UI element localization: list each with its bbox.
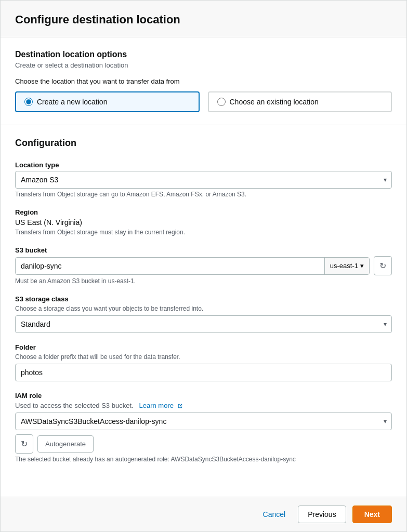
iam-role-label: IAM role bbox=[15, 392, 392, 400]
s3-bucket-group: S3 bucket us-east-1 ▾ ↻ Must be an Amazo… bbox=[15, 246, 392, 285]
iam-role-select[interactable]: AWSDataSyncS3BucketAccess-danilop-sync bbox=[15, 413, 392, 430]
configuration-title: Configuration bbox=[15, 138, 392, 149]
iam-role-description: Used to access the selected S3 bucket. bbox=[15, 402, 134, 409]
region-hint: Transfers from Object storage must stay … bbox=[15, 229, 392, 236]
create-new-location-option[interactable]: Create a new location bbox=[15, 91, 200, 112]
folder-description: Choose a folder prefix that will be used… bbox=[15, 353, 392, 361]
location-type-label: Location type bbox=[15, 161, 392, 169]
s3-storage-class-select-wrapper[interactable]: Standard ▾ bbox=[15, 315, 392, 333]
bucket-region-arrow-icon: ▾ bbox=[360, 262, 364, 270]
create-new-label: Create a new location bbox=[37, 98, 107, 106]
next-button[interactable]: Next bbox=[352, 506, 392, 523]
iam-role-refresh-button[interactable]: ↻ bbox=[15, 434, 33, 454]
bucket-refresh-button[interactable]: ↻ bbox=[374, 256, 392, 275]
iam-role-description-row: Used to access the selected S3 bucket. L… bbox=[15, 402, 392, 409]
destination-options-title: Destination location options bbox=[15, 50, 392, 59]
modal-title: Configure destination location bbox=[15, 13, 392, 26]
s3-bucket-hint: Must be an Amazon S3 bucket in us-east-1… bbox=[15, 277, 392, 285]
refresh-icon: ↻ bbox=[379, 261, 386, 271]
location-type-select-wrapper[interactable]: Amazon S3 ▾ bbox=[15, 171, 392, 189]
s3-storage-class-group: S3 storage class Choose a storage class … bbox=[15, 295, 392, 333]
iam-role-group: IAM role Used to access the selected S3 … bbox=[15, 392, 392, 463]
iam-role-select-wrapper[interactable]: AWSDataSyncS3BucketAccess-danilop-sync ▾ bbox=[15, 413, 392, 430]
autogenerate-label: Autogenerate bbox=[45, 440, 86, 448]
bucket-region-value: us-east-1 bbox=[330, 262, 358, 270]
modal-header: Configure destination location bbox=[1, 1, 406, 37]
location-type-select[interactable]: Amazon S3 bbox=[15, 171, 392, 189]
learn-more-text: Learn more bbox=[139, 402, 173, 409]
modal-footer: Cancel Previous Next bbox=[1, 497, 406, 531]
folder-group: Folder Choose a folder prefix that will … bbox=[15, 343, 392, 381]
create-new-radio[interactable] bbox=[24, 98, 33, 106]
region-group: Region US East (N. Virginia) Transfers f… bbox=[15, 208, 392, 236]
region-label: Region bbox=[15, 208, 392, 216]
destination-options-section: Destination location options Create or s… bbox=[1, 37, 406, 125]
autogenerate-row: ↻ Autogenerate bbox=[15, 434, 392, 454]
s3-storage-class-description: Choose a storage class you want your obj… bbox=[15, 305, 392, 312]
location-radio-group: Create a new location Choose an existing… bbox=[15, 91, 392, 112]
bucket-input-wrapper: us-east-1 ▾ bbox=[15, 257, 370, 275]
s3-bucket-label: S3 bucket bbox=[15, 246, 392, 254]
s3-bucket-input[interactable] bbox=[16, 258, 324, 274]
previous-button[interactable]: Previous bbox=[298, 506, 346, 523]
iam-refresh-icon: ↻ bbox=[21, 439, 28, 449]
folder-input[interactable] bbox=[15, 364, 392, 381]
iam-role-learn-more-link[interactable]: Learn more bbox=[139, 402, 182, 409]
choose-existing-radio[interactable] bbox=[217, 98, 226, 106]
configuration-section: Configuration Location type Amazon S3 ▾ … bbox=[1, 125, 406, 486]
s3-storage-class-label: S3 storage class bbox=[15, 295, 392, 303]
destination-options-subtitle: Create or select a destination location bbox=[15, 61, 392, 69]
region-value: US East (N. Virginia) bbox=[15, 218, 392, 227]
bucket-region-selector[interactable]: us-east-1 ▾ bbox=[324, 258, 369, 274]
configure-destination-modal: Configure destination location Destinati… bbox=[0, 0, 407, 532]
cancel-button[interactable]: Cancel bbox=[257, 506, 292, 523]
location-choice-label: Choose the location that you want to tra… bbox=[15, 77, 392, 85]
external-link-icon bbox=[177, 403, 183, 409]
location-type-hint: Transfers from Object storage can go to … bbox=[15, 191, 392, 198]
choose-existing-location-option[interactable]: Choose an existing location bbox=[208, 91, 392, 112]
location-type-group: Location type Amazon S3 ▾ Transfers from… bbox=[15, 161, 392, 198]
autogenerate-button[interactable]: Autogenerate bbox=[37, 435, 94, 453]
modal-body: Destination location options Create or s… bbox=[1, 37, 406, 497]
autogenerate-note: The selected bucket already has an autog… bbox=[15, 456, 392, 463]
bucket-row: us-east-1 ▾ ↻ bbox=[15, 256, 392, 275]
s3-storage-class-select[interactable]: Standard bbox=[15, 315, 392, 333]
choose-existing-label: Choose an existing location bbox=[230, 98, 319, 106]
folder-label: Folder bbox=[15, 343, 392, 351]
